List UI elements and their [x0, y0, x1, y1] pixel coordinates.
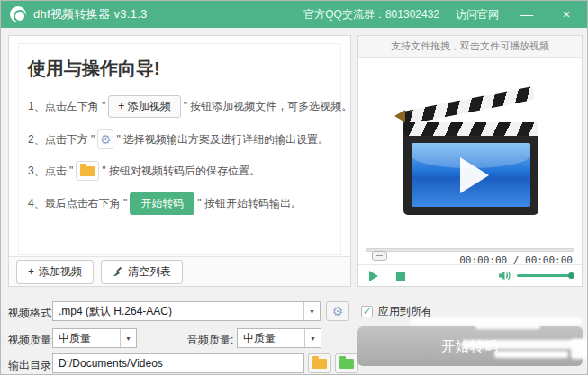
- broom-icon: [113, 266, 123, 277]
- step-text: 1、点击左下角 ": [28, 99, 105, 114]
- gear-icon: ⚙: [332, 305, 344, 317]
- minimize-button[interactable]: —: [515, 7, 538, 22]
- audio-quality-label: 音频质量:: [187, 333, 233, 348]
- app-window: dhf视频转换器 v3.1.3 官方QQ交流群：801302432 访问官网 —…: [0, 0, 588, 375]
- player-panel: 支持文件拖拽，双击文件可播放视频 00:00:00 / 00:00:00: [357, 35, 583, 287]
- plus-icon: +: [28, 265, 34, 278]
- volume-handle[interactable]: [568, 272, 574, 279]
- guide-step-3: 3、点击 " " 按钮对视频转码后的保存位置。: [28, 161, 331, 181]
- close-button[interactable]: ×: [555, 7, 578, 22]
- seek-bar[interactable]: [366, 248, 574, 252]
- step-text: 2、点击下方 ": [28, 132, 95, 147]
- clapperboard-placeholder-icon: [396, 83, 545, 218]
- guide-heading: 使用与操作向导!: [28, 57, 331, 81]
- open-folder-icon: [339, 359, 354, 369]
- folder-icon: [312, 359, 327, 369]
- start-transcode-sample-button: 开始转码: [130, 192, 194, 215]
- play-overlay-icon: [460, 157, 489, 193]
- step-text: " 按钮添加视频文件，可多选视频。: [184, 99, 353, 114]
- format-value: .mp4 (默认 H.264-AAC): [53, 304, 303, 319]
- browse-folder-button[interactable]: [308, 353, 331, 373]
- format-label: 视频格式:: [8, 306, 54, 321]
- drop-hint: 支持文件拖拽，双击文件可播放视频: [358, 36, 582, 58]
- window-title: dhf视频转换器 v3.1.3: [33, 6, 148, 22]
- start-transcode-button[interactable]: 开始转码: [357, 326, 583, 366]
- video-quality-select[interactable]: 中质量 ▼: [52, 328, 137, 348]
- visit-site-link[interactable]: 访问官网: [456, 7, 499, 22]
- chevron-down-icon[interactable]: ▼: [304, 329, 321, 347]
- seek-handle[interactable]: [372, 251, 387, 261]
- file-list-panel: 使用与操作向导! 1、点击左下角 " + 添加视频 " 按钮添加视频文件，可多选…: [8, 35, 351, 287]
- step-text: 3、点击 ": [28, 164, 73, 179]
- chevron-down-icon[interactable]: ▼: [120, 329, 136, 347]
- step-text: " 按钮对视频转码后的保存位置。: [102, 164, 260, 179]
- speaker-icon[interactable]: [498, 270, 511, 281]
- seek-zone: 00:00:00 / 00:00:00: [358, 243, 582, 266]
- volume-slider[interactable]: [517, 274, 573, 277]
- format-select[interactable]: .mp4 (默认 H.264-AAC) ▼: [52, 301, 321, 321]
- output-dir-label: 输出目录:: [8, 358, 54, 373]
- watermark-smear: [411, 317, 582, 325]
- clear-list-button[interactable]: 清空列表: [101, 260, 183, 284]
- step-text: " 选择视频输出方案及进行详细的输出设置。: [116, 132, 329, 147]
- folder-icon: [80, 166, 95, 176]
- folder-sample-button: [76, 161, 99, 181]
- audio-quality-value: 中质量: [238, 331, 304, 346]
- audio-quality-select[interactable]: 中质量 ▼: [237, 328, 321, 348]
- player-controls: [358, 264, 582, 286]
- video-quality-label: 视频质量:: [8, 333, 54, 348]
- guide-step-1: 1、点击左下角 " + 添加视频 " 按钮添加视频文件，可多选视频。: [28, 95, 331, 118]
- app-logo-icon: [10, 6, 26, 22]
- qq-group-text: 官方QQ交流群：801302432: [303, 7, 439, 22]
- title-bar: dhf视频转换器 v3.1.3 官方QQ交流群：801302432 访问官网 —…: [1, 1, 587, 28]
- output-dir-value: D:/Documents/Videos: [53, 357, 303, 370]
- apply-all-checkbox[interactable]: ✓ 应用到所有: [361, 304, 432, 319]
- format-settings-button[interactable]: ⚙: [326, 301, 349, 321]
- output-dir-input[interactable]: D:/Documents/Videos: [52, 353, 304, 373]
- checkbox-checked-icon[interactable]: ✓: [361, 306, 373, 317]
- player-view[interactable]: [358, 58, 582, 243]
- video-quality-value: 中质量: [53, 331, 120, 346]
- list-footer: + 添加视频 清空列表: [9, 256, 350, 286]
- usage-guide: 使用与操作向导! 1、点击左下角 " + 添加视频 " 按钮添加视频文件，可多选…: [18, 43, 341, 255]
- open-folder-button[interactable]: [335, 353, 358, 373]
- guide-step-2: 2、点击下方 " ⚙ " 选择视频输出方案及进行详细的输出设置。: [28, 129, 331, 149]
- add-video-sample-button: + 添加视频: [108, 95, 180, 118]
- play-button[interactable]: [369, 271, 378, 281]
- guide-step-4: 4、最后点击右下角 " 开始转码 " 按钮开始转码输出。: [28, 192, 331, 215]
- step-text: 4、最后点击右下角 ": [28, 196, 127, 211]
- apply-all-label: 应用到所有: [378, 304, 432, 319]
- stop-button[interactable]: [396, 272, 405, 281]
- chevron-down-icon[interactable]: ▼: [303, 302, 320, 320]
- plus-icon: +: [118, 100, 127, 112]
- settings-sample-button: ⚙: [97, 129, 113, 149]
- add-video-button[interactable]: + 添加视频: [16, 260, 94, 284]
- gear-icon: ⚙: [100, 133, 112, 146]
- step-text: " 按钮开始转码输出。: [197, 196, 302, 211]
